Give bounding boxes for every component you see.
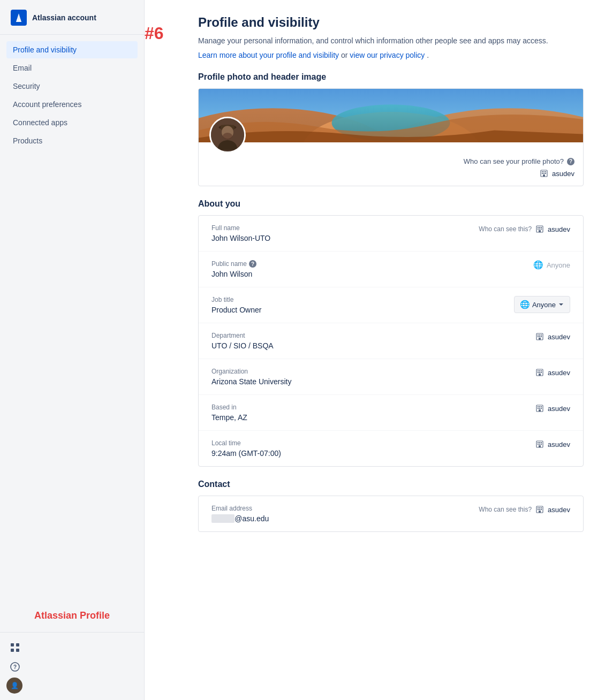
profile-photo-section-title: Profile photo and header image: [198, 72, 584, 82]
svg-rect-50: [539, 406, 540, 407]
email-value: ••••••••@asu.edu: [211, 514, 474, 523]
contact-section: Contact Email address ••••••••@asu.edu W…: [198, 480, 584, 532]
about-you-card: Full name John Wilson-UTO Who can see th…: [198, 215, 584, 467]
department-row: Department UTO / SIO / BSQA: [199, 323, 583, 359]
based-in-row: Based in Tempe, AZ: [199, 395, 583, 431]
based-in-field: Based in Tempe, AZ: [211, 404, 474, 422]
building-icon: [535, 439, 544, 449]
profile-avatar[interactable]: [209, 117, 246, 153]
profile-photo-visibility: asudev: [207, 169, 574, 178]
sidebar-item-products[interactable]: Products: [6, 132, 138, 149]
header-image[interactable]: [199, 89, 583, 142]
based-in-visibility-text: asudev: [548, 405, 570, 413]
grid-icon[interactable]: [6, 639, 24, 656]
sidebar-header: Atlassian account: [0, 0, 144, 35]
svg-rect-17: [542, 171, 543, 172]
learn-more-link[interactable]: Learn more about your profile and visibi…: [198, 51, 339, 59]
full-name-label: Full name: [211, 224, 474, 232]
public-name-value: John Wilson: [211, 270, 474, 278]
job-title-visibility-select[interactable]: 🌐 Anyone: [514, 296, 570, 313]
sidebar-item-account_prefs[interactable]: Account preferences: [6, 96, 138, 113]
job-title-visibility-text: Anyone: [532, 301, 556, 309]
full-name-who-can-see: Who can see this?: [479, 225, 532, 233]
svg-rect-34: [539, 334, 540, 336]
public-name-visibility: 🌐 Anyone: [474, 260, 570, 270]
svg-rect-63: [539, 445, 541, 447]
sidebar-item-connected_apps[interactable]: Connected apps: [6, 114, 138, 131]
sidebar-app-name: Atlassian account: [32, 13, 96, 22]
svg-rect-49: [538, 406, 539, 407]
local-time-label: Local time: [211, 439, 474, 447]
building-icon: [535, 505, 544, 514]
svg-rect-35: [541, 334, 542, 336]
email-row: Email address ••••••••@asu.edu Who can s…: [199, 496, 583, 531]
svg-rect-19: [545, 171, 546, 172]
main-content: Profile and visibility Manage your perso…: [177, 0, 605, 700]
step-number-badge: #6: [145, 15, 164, 43]
svg-rect-58: [539, 442, 540, 443]
contact-title: Contact: [198, 480, 584, 489]
svg-rect-59: [541, 442, 542, 443]
svg-rect-1: [16, 643, 19, 646]
email-visibility: Who can see this?: [474, 505, 570, 514]
svg-rect-55: [539, 409, 541, 412]
svg-rect-31: [539, 230, 541, 232]
email-visibility-text: asudev: [548, 506, 570, 514]
profile-photo-org-name: asudev: [552, 170, 574, 178]
svg-rect-23: [543, 174, 545, 177]
help-icon[interactable]: ?: [6, 658, 24, 675]
profile-photo-help-icon[interactable]: ?: [567, 158, 574, 165]
job-title-label: Job title: [211, 296, 474, 303]
local-time-visibility-text: asudev: [548, 440, 570, 448]
public-name-row: Public name ? John Wilson 🌐 Anyone: [199, 252, 583, 287]
job-title-visibility[interactable]: 🌐 Anyone: [474, 296, 570, 313]
page-title: Profile and visibility: [198, 15, 584, 30]
svg-rect-61: [539, 444, 540, 445]
svg-rect-47: [539, 374, 541, 376]
svg-rect-2: [11, 649, 14, 652]
email-domain: @asu.edu: [235, 514, 269, 523]
atlassian-logo-icon: [11, 10, 27, 26]
public-name-help-icon[interactable]: ?: [249, 260, 256, 268]
svg-rect-0: [11, 643, 14, 646]
user-avatar[interactable]: 👤: [6, 678, 22, 694]
sidebar-item-security[interactable]: Security: [6, 78, 138, 95]
department-value: UTO / SIO / BSQA: [211, 341, 474, 350]
page-links: Learn more about your profile and visibi…: [198, 51, 584, 59]
sidebar-item-email[interactable]: Email: [6, 59, 138, 77]
svg-rect-25: [538, 227, 539, 228]
organization-value: Arizona State University: [211, 377, 474, 386]
local-time-value: 9:24am (GMT-07:00): [211, 449, 474, 458]
building-icon: [535, 368, 544, 377]
svg-rect-60: [538, 444, 539, 445]
sidebar-promo-text: Atlassian Profile: [0, 599, 144, 632]
svg-rect-27: [541, 227, 542, 228]
sidebar: Atlassian account Profile and visibility…: [0, 0, 145, 700]
svg-rect-33: [538, 334, 539, 336]
email-redacted: ••••••••: [211, 514, 235, 523]
svg-rect-71: [539, 511, 541, 513]
department-visibility: asudev: [474, 332, 570, 341]
svg-rect-30: [541, 229, 542, 230]
full-name-row: Full name John Wilson-UTO Who can see th…: [199, 216, 583, 252]
public-name-field: Public name ? John Wilson: [211, 260, 474, 278]
svg-rect-62: [541, 444, 542, 445]
step-number-col: #6: [145, 0, 177, 700]
public-name-visibility-text: Anyone: [547, 261, 570, 269]
organization-label: Organization: [211, 368, 474, 375]
full-name-visibility: Who can see this? asud: [474, 224, 570, 234]
department-label: Department: [211, 332, 474, 339]
job-title-row: Job title Product Owner 🌐 Anyone: [199, 287, 583, 323]
svg-rect-29: [539, 229, 540, 230]
building-icon: [539, 169, 549, 178]
svg-rect-45: [539, 372, 540, 373]
building-icon: [535, 224, 544, 234]
sidebar-nav: Profile and visibilityEmailSecurityAccou…: [0, 35, 144, 599]
svg-rect-41: [538, 370, 539, 371]
based-in-visibility: asudev: [474, 404, 570, 413]
sidebar-item-profile[interactable]: Profile and visibility: [6, 41, 138, 58]
privacy-link[interactable]: view our privacy policy: [350, 51, 425, 59]
svg-rect-66: [539, 507, 540, 508]
svg-point-15: [223, 133, 232, 140]
svg-rect-22: [545, 173, 546, 174]
